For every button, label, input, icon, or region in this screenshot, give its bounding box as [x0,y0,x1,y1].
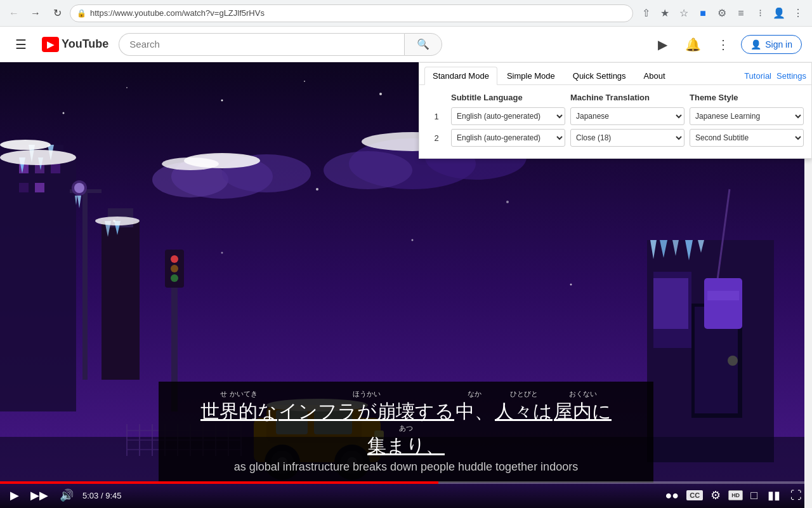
volume-button[interactable]: 🔊 [57,486,76,505]
kanji-4: 人々は [495,399,553,425]
bookmark-icon[interactable]: ★ [656,4,674,22]
forward-button[interactable]: → [27,4,44,22]
kanji-5: 屋内に [554,399,612,425]
cc-badge: CC [686,490,703,500]
back-button[interactable]: ← [5,4,23,22]
fullscreen-button[interactable]: ⛶ [788,486,804,505]
yt-logo-text: YouTube [62,37,108,51]
popup-row-2: 2 English (auto-generated) English Japan… [427,129,804,147]
refresh-button[interactable]: ↻ [48,4,66,22]
star-icon[interactable]: ☆ [675,4,693,22]
ext2-icon[interactable]: ≡ [732,4,750,22]
more-yt-icon[interactable]: ⋮ [710,32,736,57]
play-button[interactable]: ▶ [8,486,22,505]
kanji-2: インフラが崩壊する [278,399,454,425]
svg-rect-14 [0,157,76,411]
youtube-header: ☰ ▶ YouTube 🔍 ▶ 🔔 ⋮ 👤 Sign in [0,27,812,62]
svg-rect-20 [35,183,44,192]
furigana-1: せ かいてき [220,391,257,398]
search-input[interactable] [119,33,404,56]
theater-button[interactable]: ▮▮ [765,486,783,505]
kanji-1: 世界的な [200,399,277,425]
svg-rect-27 [102,221,140,380]
miniplayer-button[interactable]: □ [748,486,760,505]
kanji-6: 集まり、 [367,433,445,459]
furigana-3: なか [468,391,481,398]
tab-simple-mode[interactable]: Simple Mode [499,67,563,84]
notifications-icon[interactable]: 🔔 [680,32,705,57]
subtitle-overlay: せ かいてき 世界的な ほうかい インフラが崩壊する なか 中、 ひとびと 人々… [159,382,653,483]
svg-rect-19 [19,183,29,192]
svg-point-96 [506,201,509,203]
time-total: 9:45 [105,491,121,500]
ext1-icon[interactable]: ■ [694,4,712,22]
search-button[interactable]: 🔍 [404,33,442,56]
svg-point-31 [171,255,178,263]
kanji-3: 中、 [455,399,494,425]
svg-point-5 [379,93,382,95]
col-header-theme-style: Theme Style [690,93,804,102]
col-header-num [427,93,446,102]
svg-point-59 [162,157,219,170]
popup-row-1: 1 English (auto-generated) English Japan… [427,107,804,125]
tab-about[interactable]: About [636,67,674,84]
share-icon[interactable]: ⇧ [637,4,655,22]
menu-button[interactable]: ☰ [10,32,32,57]
row-1-machine-translation[interactable]: Japanese English Korean Chinese [570,107,684,125]
svg-rect-71 [704,278,742,329]
svg-point-32 [171,265,178,272]
furigana-line: せ かいてき 世界的な ほうかい インフラが崩壊する なか 中、 ひとびと 人々… [171,391,641,459]
pause-dots-button[interactable]: ●● [662,486,681,505]
svg-rect-18 [51,164,60,173]
lock-icon: 🔒 [77,9,86,18]
search-bar: 🔍 [119,33,639,56]
kanji-group-2: ほうかい インフラが崩壊する [278,391,454,425]
svg-point-33 [171,274,178,282]
row-2-theme-style[interactable]: Second Subtitle Default Japanese Learnin… [690,129,804,147]
svg-rect-69 [653,278,688,329]
tab-quick-settings[interactable]: Quick Settings [565,67,634,84]
kanji-group-6: あつ 集まり、 [367,425,445,459]
popup-column-headers: Subtitle Language Machine Translation Th… [427,93,804,102]
video-controls: ▶ ▶▶ 🔊 5:03 / 9:45 ●● CC ⚙ HD □ ▮▮ ⛶ [0,483,812,508]
tab-standard-mode[interactable]: Standard Mode [424,67,497,85]
sign-in-button[interactable]: 👤 Sign in [741,35,802,54]
sign-in-label: Sign in [765,39,792,50]
grid-icon[interactable]: ⁝ [751,4,769,22]
video-container: Standard Mode Simple Mode Quick Settings… [0,62,812,508]
hd-badge: HD [728,490,743,500]
settings-video-button[interactable]: ⚙ [708,486,723,505]
svg-point-97 [570,284,572,286]
row-1-theme-style[interactable]: Japanese Learning Default Cinema Night [690,107,804,125]
svg-point-40 [0,150,76,165]
svg-point-95 [412,239,414,241]
address-bar[interactable]: 🔒 https://www.youtube.com/watch?v=gLZJlf… [70,4,633,22]
youtube-logo[interactable]: ▶ YouTube [42,37,108,52]
video-upload-icon[interactable]: ▶ [650,32,675,57]
profile-icon[interactable]: 👤 [770,4,788,22]
svg-point-92 [113,220,115,222]
yt-logo-icon: ▶ [42,37,59,52]
more-browser-icon[interactable]: ⋮ [789,4,807,22]
svg-point-2 [126,87,128,88]
svg-point-4 [304,81,305,82]
header-right: ▶ 🔔 ⋮ 👤 Sign in [650,32,802,57]
svg-point-42 [95,217,140,225]
tutorial-link[interactable]: Tutorial [744,67,771,84]
settings-link[interactable]: Settings [776,67,806,84]
svg-point-41 [0,140,51,150]
time-display: 5:03 / 9:45 [82,491,121,500]
row-2-subtitle-language[interactable]: English (auto-generated) English Japanes… [451,129,565,147]
svg-point-3 [221,100,223,102]
popup-tab-right: Tutorial Settings [744,67,806,84]
puzzle-icon[interactable]: ⚙ [713,4,731,22]
svg-rect-21 [82,189,88,380]
row-2-machine-translation[interactable]: Close (18) Japanese English [570,129,684,147]
svg-point-61 [324,151,412,189]
browser-toolbar-right: ⇧ ★ ☆ ■ ⚙ ≡ ⁝ 👤 ⋮ [637,4,807,22]
row-2-num: 2 [427,133,446,143]
row-1-subtitle-language[interactable]: English (auto-generated) English Japanes… [451,107,565,125]
next-button[interactable]: ▶▶ [28,486,51,505]
kanji-group-4: ひとびと 人々は [495,391,553,425]
row-1-num: 1 [427,112,446,121]
